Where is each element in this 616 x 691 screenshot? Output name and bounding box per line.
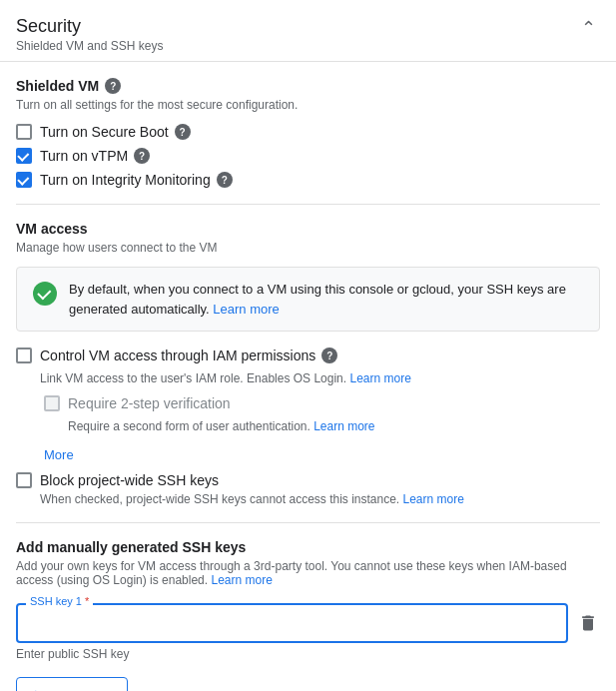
iam-learn-more-link[interactable]: Learn more <box>349 371 410 385</box>
vm-access-title: VM access <box>16 221 600 237</box>
header-text-group: Security Shielded VM and SSH keys <box>16 16 163 53</box>
add-icon: + <box>31 686 41 691</box>
required-star: * <box>85 595 89 607</box>
shielded-vm-title: Shielded VM ? <box>16 78 600 94</box>
more-link-container: More <box>44 443 600 462</box>
section-title: Security <box>16 16 163 37</box>
two-step-learn-more-link[interactable]: Learn more <box>313 419 374 433</box>
add-item-button[interactable]: + ADD ITEM <box>16 677 128 691</box>
vm-access-section: VM access Manage how users connect to th… <box>16 221 600 506</box>
block-ssh-label: Block project-wide SSH keys <box>40 472 219 488</box>
block-ssh-row: Block project-wide SSH keys <box>16 472 600 488</box>
vm-access-desc: Manage how users connect to the VM <box>16 241 600 255</box>
integrity-label: Turn on Integrity Monitoring ? <box>40 172 233 188</box>
more-link[interactable]: More <box>44 447 74 462</box>
shielded-vm-desc: Turn on all settings for the most secure… <box>16 98 600 112</box>
collapse-button[interactable]: ⌃ <box>576 16 600 40</box>
two-step-row: Require 2-step verification <box>44 395 600 411</box>
integrity-help-icon[interactable]: ? <box>217 172 233 188</box>
two-step-checkbox[interactable] <box>44 395 60 411</box>
secure-boot-help-icon[interactable]: ? <box>175 124 191 140</box>
ssh-key-label: SSH key 1 * <box>26 595 93 607</box>
vtpm-label: Turn on vTPM ? <box>40 148 150 164</box>
ssh-desc: Add your own keys for VM access through … <box>16 559 600 587</box>
integrity-checkbox[interactable] <box>16 172 32 188</box>
iam-checkbox[interactable] <box>16 347 32 363</box>
info-box: By default, when you connect to a VM usi… <box>16 267 600 332</box>
secure-boot-row: Turn on Secure Boot ? <box>16 124 600 140</box>
block-ssh-checkbox[interactable] <box>16 472 32 488</box>
block-ssh-learn-more-link[interactable]: Learn more <box>403 492 464 506</box>
section-header: Security Shielded VM and SSH keys ⌃ <box>0 0 616 62</box>
delete-ssh-key-button[interactable] <box>576 611 600 635</box>
add-item-label: ADD ITEM <box>47 688 113 692</box>
ssh-key-hint: Enter public SSH key <box>16 647 600 661</box>
divider-2 <box>16 522 600 523</box>
two-step-label: Require 2-step verification <box>68 395 231 411</box>
ssh-learn-more-link[interactable]: Learn more <box>211 573 272 587</box>
secure-boot-label: Turn on Secure Boot ? <box>40 124 191 140</box>
two-step-desc: Require a second form of user authentica… <box>68 419 600 433</box>
iam-desc: Link VM access to the user's IAM role. E… <box>40 371 600 385</box>
vtpm-help-icon[interactable]: ? <box>134 148 150 164</box>
section-subtitle: Shielded VM and SSH keys <box>16 39 163 53</box>
ssh-key-input-wrapper: SSH key 1 * <box>16 603 600 643</box>
integrity-row: Turn on Integrity Monitoring ? <box>16 172 600 188</box>
shielded-vm-help-icon[interactable]: ? <box>105 78 121 94</box>
iam-help-icon[interactable]: ? <box>321 347 337 363</box>
green-check-icon <box>33 282 57 306</box>
ssh-key-input[interactable] <box>16 603 568 643</box>
vtpm-checkbox[interactable] <box>16 148 32 164</box>
shielded-vm-section: Shielded VM ? Turn on all settings for t… <box>16 78 600 188</box>
divider-1 <box>16 204 600 205</box>
ssh-keys-section: Add manually generated SSH keys Add your… <box>16 539 600 691</box>
secure-boot-checkbox[interactable] <box>16 124 32 140</box>
vtpm-row: Turn on vTPM ? <box>16 148 600 164</box>
info-box-learn-more-link[interactable]: Learn more <box>213 302 279 317</box>
ssh-key-field-container: SSH key 1 * <box>16 603 568 643</box>
block-ssh-desc: When checked, project-wide SSH keys cann… <box>40 492 600 506</box>
iam-label: Control VM access through IAM permission… <box>40 347 337 363</box>
info-box-text: By default, when you connect to a VM usi… <box>69 280 583 319</box>
iam-checkbox-row: Control VM access through IAM permission… <box>16 347 600 363</box>
content-area: Shielded VM ? Turn on all settings for t… <box>0 62 616 691</box>
ssh-title: Add manually generated SSH keys <box>16 539 600 555</box>
